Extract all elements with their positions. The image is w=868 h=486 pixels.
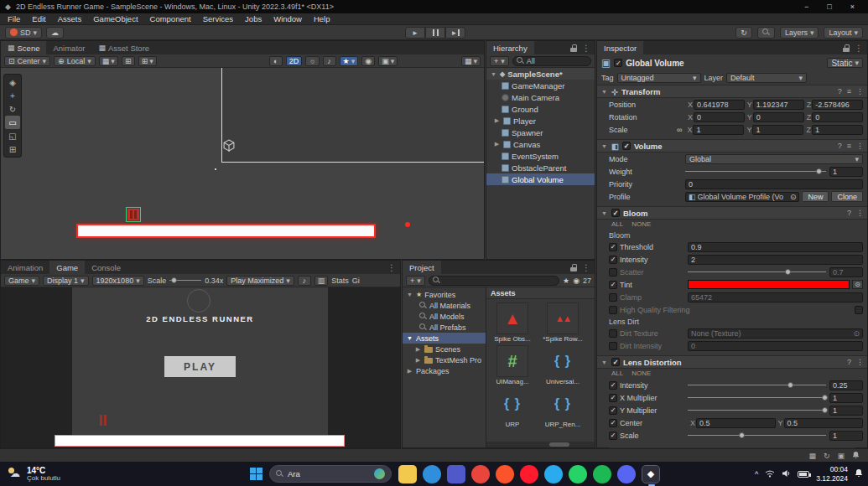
player-sprite[interactable] (126, 207, 141, 222)
ld-scale-override-checkbox[interactable] (609, 432, 617, 440)
x-multiplier-slider[interactable] (688, 393, 826, 403)
hqf-override-checkbox[interactable] (609, 306, 617, 314)
menu-gameobject[interactable]: GameObject (87, 14, 143, 23)
spawner-gizmo-dot[interactable] (405, 222, 410, 227)
maximize-button[interactable]: □ (827, 3, 831, 11)
notifications-bell-icon[interactable] (852, 451, 860, 461)
clamp-field[interactable]: 65472 (688, 292, 863, 302)
app-spotify[interactable] (593, 465, 611, 483)
menu-dots-icon[interactable]: ⋮ (856, 209, 864, 217)
lens-distortion-header[interactable]: ▼ Lens Distortion ? ⋮ (597, 355, 867, 369)
dirt-texture-field[interactable]: None (Texture) ⊙ (688, 328, 863, 339)
ld-intensity-override-checkbox[interactable] (609, 381, 617, 390)
rotation-y-field[interactable]: 0 (753, 112, 804, 122)
gizmos-button[interactable]: Gi (352, 277, 360, 285)
static-dropdown[interactable]: Static ▾ (827, 58, 863, 68)
dirt-intensity-override-checkbox[interactable] (609, 342, 617, 350)
app-chrome[interactable] (471, 465, 490, 483)
rotation-x-field[interactable]: 0 (694, 112, 745, 122)
hierarchy-search-input[interactable]: All (512, 56, 591, 66)
scatter-field[interactable]: 0.7 (829, 267, 863, 277)
create-object-dropdown[interactable]: + ▾ (490, 56, 509, 66)
hidden-icons-chevron[interactable]: ^ (755, 470, 758, 478)
slider-knob[interactable] (822, 407, 828, 413)
scene-audio-toggle[interactable]: ♪ (323, 56, 336, 66)
volume-icon[interactable] (782, 469, 791, 479)
dirt-texture-override-checkbox[interactable] (609, 329, 617, 338)
game-scale-slider[interactable] (169, 276, 201, 286)
scale-z-field[interactable]: 1 (812, 125, 863, 135)
weather-widget[interactable]: ☁ 14°C Çok bulutlu (0, 466, 69, 483)
rotate-tool-icon[interactable]: ↻ (5, 102, 20, 116)
hierarchy-item-gamemanager[interactable]: GameManager (486, 80, 595, 91)
tab-scene[interactable]: ▦ Scene (1, 41, 46, 54)
auto-refresh-icon[interactable]: ↻ (824, 452, 830, 460)
snap-toggle[interactable]: ⊞ (122, 56, 135, 66)
cloud-services-button[interactable]: ☁ (46, 27, 64, 39)
taskbar-search[interactable]: Ara (269, 465, 392, 483)
folder-textmesh-pro[interactable]: ▶ TextMesh Pro (403, 354, 486, 365)
scene-viewport[interactable]: ◈ + ↻ ▭ ◱ ⊞ (1, 68, 484, 259)
app-telegram[interactable] (544, 465, 563, 483)
lens-distortion-enabled-checkbox[interactable] (611, 358, 620, 366)
gizmos-dropdown[interactable]: ▦ ▾ (461, 56, 481, 66)
hidden-packages-eye-icon[interactable]: ◉ (573, 277, 580, 285)
y-multiplier-field[interactable]: 1 (829, 406, 863, 416)
start-button[interactable] (250, 468, 262, 480)
display-dropdown[interactable]: Display 1 ▾ (43, 276, 89, 286)
y-multiplier-slider[interactable] (688, 406, 826, 416)
snap-increment-dropdown[interactable]: ⊞ ▾ (138, 56, 157, 66)
ld-scale-slider[interactable] (688, 431, 826, 441)
view-tool-icon[interactable]: ◈ (5, 75, 20, 89)
progress-grid-icon[interactable]: ▦ (808, 452, 816, 460)
menu-component[interactable]: Component (144, 14, 197, 23)
slider-knob[interactable] (739, 432, 745, 438)
fold-open-icon[interactable]: ▼ (406, 292, 413, 297)
fold-closed-icon[interactable]: ▶ (406, 368, 413, 375)
notification-bell-icon[interactable] (855, 468, 863, 479)
fold-closed-icon[interactable]: ▶ (493, 117, 501, 124)
slider-knob[interactable] (822, 395, 828, 401)
favorite-all-prefabs[interactable]: All Prefabs (403, 322, 486, 333)
slider-knob[interactable] (171, 277, 177, 283)
effects-toggle[interactable]: ★ ▾ (340, 56, 359, 66)
rotation-z-field[interactable]: 0 (812, 112, 863, 122)
slider-knob[interactable] (787, 382, 793, 388)
profile-clone-button[interactable]: Clone (831, 191, 863, 202)
taskbar-clock[interactable]: 00:04 3.12.2024 (816, 465, 848, 482)
stats-button[interactable]: Stats (331, 277, 349, 285)
transform-tool-icon[interactable]: ⊞ (5, 142, 20, 156)
lock-icon[interactable] (843, 44, 850, 52)
layout-dropdown[interactable]: Layout ▾ (824, 27, 863, 39)
resolution-dropdown[interactable]: 1920x1080 ▾ (92, 276, 144, 286)
ld-intensity-field[interactable]: 0.25 (829, 380, 863, 390)
hierarchy-item-global-volume-selected[interactable]: Global Volume (486, 173, 595, 185)
tab-animator[interactable]: Animator (46, 41, 91, 54)
hierarchy-item-obstacleparent[interactable]: ObstacleParent (486, 162, 595, 173)
scene-lighting-toggle[interactable]: ☼ (305, 56, 319, 66)
fold-open-icon[interactable]: ▼ (600, 89, 608, 95)
wifi-icon[interactable] (765, 469, 775, 479)
camera-settings-dropdown[interactable]: ▣ ▾ (378, 56, 398, 66)
position-y-field[interactable]: 1.192347 (753, 100, 804, 110)
favorite-all-models[interactable]: All Models (403, 311, 486, 322)
pivot-dropdown[interactable]: ⊡ Center ▾ (4, 56, 50, 66)
slider-knob[interactable] (816, 168, 822, 174)
app-whatsapp[interactable] (569, 465, 587, 483)
scale-link-icon[interactable]: ∞ (677, 126, 682, 134)
scene-header-row[interactable]: ▼ ◆ SampleScene* (486, 68, 595, 80)
scrollbar-thumb[interactable] (549, 442, 569, 447)
layer-dropdown[interactable]: Default ▾ (726, 73, 807, 83)
tab-inspector[interactable]: Inspector (597, 41, 643, 54)
app-file-explorer[interactable] (398, 465, 417, 483)
hierarchy-item-spawner[interactable]: Spawner (486, 127, 595, 138)
lock-icon[interactable] (570, 44, 577, 52)
fold-open-icon[interactable]: ▼ (600, 143, 608, 149)
threshold-field[interactable]: 0.9 (688, 242, 863, 252)
object-picker-icon[interactable]: ⊙ (853, 329, 860, 338)
minimize-button[interactable]: − (804, 3, 808, 11)
panel-menu-icon[interactable]: ⋮ (582, 44, 590, 53)
tab-project[interactable]: Project (403, 261, 441, 274)
active-checkbox[interactable] (614, 59, 622, 67)
menu-window[interactable]: Window (268, 14, 308, 23)
